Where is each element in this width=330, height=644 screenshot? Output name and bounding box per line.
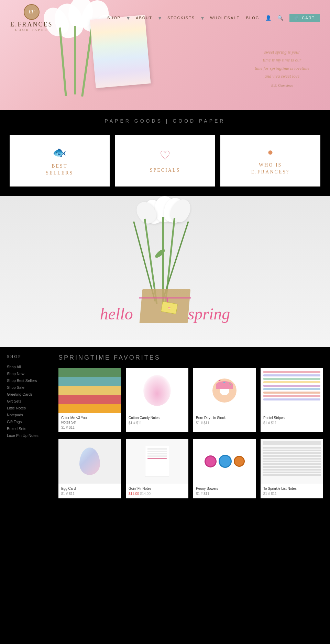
- sidebar-title: SHOP: [7, 354, 48, 359]
- products-row-1: Color Me <3 YouNotes Set $1 # $11 Cotton…: [58, 368, 323, 432]
- product-price: $11.00 $14.00: [129, 492, 186, 496]
- sidebar-item-sale[interactable]: Shop Sale: [7, 385, 48, 389]
- product-name: Pastel Stripes: [263, 416, 320, 420]
- brand-name: E.FRANCES: [10, 21, 53, 28]
- product-color-me[interactable]: Color Me <3 YouNotes Set $1 # $11: [58, 368, 121, 432]
- sidebar-item-gift-sets[interactable]: Gift Sets: [7, 399, 48, 403]
- sale-price: $11.00: [129, 492, 139, 496]
- poem-line-2: time is my time is our: [255, 56, 309, 64]
- product-name: To Sprinkle List Notes: [263, 486, 320, 491]
- cart-button[interactable]: 🛒 CART: [289, 14, 320, 22]
- sidebar-item-shop-all[interactable]: Shop All: [7, 365, 48, 369]
- products-row-2: Egg Card $1 # $11 SALE: [58, 439, 323, 498]
- sidebar-item-boxed-sets[interactable]: Boxed Sets: [7, 427, 48, 431]
- shop-section: SHOP Shop All Shop New Shop Best Sellers…: [0, 347, 330, 512]
- category-best-sellers[interactable]: 🐟 BESTSELLERS: [10, 135, 110, 187]
- main-nav: SHOP ▾ ABOUT ▾ STOCKISTS ▾ WHOLESALE BLO…: [107, 14, 320, 22]
- who-is-icon: ●: [267, 147, 273, 158]
- logo-icon: EF: [24, 4, 40, 20]
- cart-icon: 🛒: [294, 16, 300, 20]
- nav-shop[interactable]: SHOP: [107, 16, 121, 20]
- product-price: $1 # $11: [129, 421, 186, 425]
- sidebar-item-little-notes[interactable]: Little Notes: [7, 406, 48, 410]
- best-sellers-icon: 🐟: [53, 146, 66, 159]
- specials-label: SPECIALS: [150, 167, 180, 174]
- specials-icon: ♡: [160, 148, 170, 163]
- nav-stockists[interactable]: STOCKISTS: [167, 16, 195, 20]
- nav-blog[interactable]: BLOG: [246, 16, 260, 20]
- logo[interactable]: EF E.FRANCES GOOD PAPER: [10, 4, 53, 32]
- brand-sub: GOOD PAPER: [15, 28, 48, 32]
- sidebar-item-shop-new[interactable]: Shop New: [7, 372, 48, 376]
- sidebar-item-gift-tags[interactable]: Gift Tags: [7, 420, 48, 424]
- poem-line-4: and viva sweet love: [255, 72, 309, 80]
- section-heading: SPRINGTIME FAVORITES: [58, 354, 323, 361]
- category-specials[interactable]: ♡ SPECIALS: [115, 135, 215, 187]
- nav-wholesale[interactable]: WHOLESALE: [210, 16, 240, 20]
- poem-attribution: E.E. Cummings: [255, 82, 309, 89]
- product-name: Color Me <3 YouNotes Set: [61, 416, 118, 425]
- product-egg[interactable]: Egg Card $1 # $11: [58, 439, 121, 498]
- sidebar-item-best-sellers[interactable]: Shop Best Sellers: [7, 379, 48, 383]
- original-price: $14.00: [140, 492, 151, 496]
- user-icon[interactable]: 👤: [265, 15, 271, 21]
- sidebar-item-luxe-notes[interactable]: Luxe Pin Up Notes: [7, 433, 48, 438]
- spring-word-spring: spring: [188, 304, 230, 323]
- spring-banner: 🎂 hello spring: [0, 196, 330, 347]
- product-name: Egg Card: [61, 486, 118, 491]
- product-price: $1 # $11: [61, 492, 118, 496]
- sidebar-item-greeting-cards[interactable]: Greeting Cards: [7, 392, 48, 396]
- category-who-is[interactable]: ● WHO ISE.FRANCES?: [220, 135, 320, 187]
- product-donut[interactable]: Born Day - in Stock $1 # $11: [193, 368, 256, 432]
- product-price: $1 # $11: [196, 492, 253, 496]
- hero-poem: sweet spring is your time is my time is …: [255, 48, 309, 89]
- sidebar: SHOP Shop All Shop New Shop Best Sellers…: [0, 347, 55, 512]
- product-name: Cotton Candy Notes: [129, 416, 186, 420]
- category-section: 🐟 BESTSELLERS ♡ SPECIALS ● WHO ISE.FRANC…: [0, 132, 330, 196]
- poem-line-3: time for springtime is lovetime: [255, 64, 309, 72]
- spring-text: hello spring: [0, 304, 330, 323]
- who-is-label: WHO ISE.FRANCES?: [251, 162, 289, 175]
- product-price: $1 # $11: [196, 421, 253, 425]
- product-floral-notepad[interactable]: SALE Goin' Flr: [126, 439, 188, 498]
- sidebar-item-notepads[interactable]: Notepads: [7, 413, 48, 417]
- search-icon[interactable]: 🔍: [277, 15, 283, 21]
- product-price: $1 # $11: [61, 426, 118, 429]
- product-peony[interactable]: Peony Bowers $1 # $11: [193, 439, 256, 498]
- best-sellers-label: BESTSELLERS: [46, 163, 73, 176]
- poem-line-1: sweet spring is your: [255, 48, 309, 56]
- product-pastel-stripes[interactable]: Pastel Stripes $1 # $11: [261, 368, 323, 432]
- product-name: Peony Bowers: [196, 486, 253, 491]
- product-price: $1 # $11: [263, 492, 320, 496]
- product-name: Goin' Flr Notes: [129, 486, 186, 491]
- site-header: EF E.FRANCES GOOD PAPER SHOP ▾ ABOUT ▾ S…: [0, 0, 330, 36]
- product-name: Born Day - in Stock: [196, 416, 253, 420]
- spring-word-hello: hello: [100, 304, 133, 323]
- product-cotton-candy[interactable]: Cotton Candy Notes $1 # $11: [126, 368, 188, 432]
- nav-about[interactable]: ABOUT: [136, 16, 152, 20]
- tagline-text: PAPER GOODS | GOOD PAPER: [8, 118, 322, 124]
- hero-section: EF E.FRANCES GOOD PAPER SHOP ▾ ABOUT ▾ S…: [0, 0, 330, 110]
- product-todo-notepad[interactable]: To Sprinkle List Notes $1 # $11: [261, 439, 323, 498]
- products-area: SPRINGTIME FAVORITES: [55, 347, 330, 512]
- product-price: $1 # $11: [263, 421, 320, 425]
- tagline-band: PAPER GOODS | GOOD PAPER: [0, 110, 330, 132]
